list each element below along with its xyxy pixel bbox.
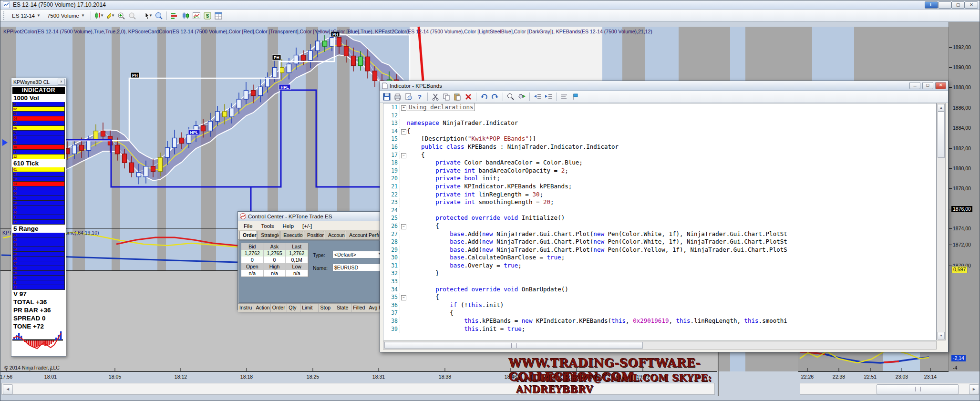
help-icon[interactable]: ?: [415, 93, 424, 101]
minimize-button[interactable]: ▁: [909, 82, 920, 89]
chart-window-titlebar[interactable]: ES 12-14 (7500 Volume) 17.10.2014 L — ▢ …: [0, 0, 980, 10]
zoom-in-icon[interactable]: [116, 11, 126, 20]
code-token: .Overlay =: [464, 262, 504, 269]
kpwayne3d-panel[interactable]: KPWayne3D CL x INDICATOR 1000 Vol0102030…: [11, 78, 66, 357]
maximize-button[interactable]: ▢: [922, 82, 933, 89]
candle-style-icon[interactable]: ▼: [94, 11, 104, 20]
scroll-left-icon[interactable]: ◄: [3, 384, 13, 394]
period-selector[interactable]: 7500 Volume▼: [45, 11, 87, 20]
signal-row-number: 06: [13, 257, 17, 261]
indicator-editor-window[interactable]: Indicator - KPEBands ▁ ▢ ✕ ? 11+Using de…: [380, 81, 949, 352]
scrollbar-thumb[interactable]: [938, 112, 945, 158]
editor-vertical-scrollbar[interactable]: ▲ ▼: [937, 103, 946, 340]
order-column-filled[interactable]: Filled: [351, 304, 367, 312]
redo-icon[interactable]: [490, 93, 500, 101]
print-icon[interactable]: [393, 93, 402, 101]
tab-positions[interactable]: Positions: [304, 231, 324, 239]
scroll-down-icon[interactable]: ▼: [938, 332, 945, 339]
maximize-button[interactable]: ▢: [951, 1, 965, 9]
account-dollar-icon[interactable]: $: [203, 11, 212, 20]
toolbar-grip[interactable]: [3, 11, 7, 20]
quote-row: 000,1M: [241, 257, 308, 263]
menu-item-[interactable]: [+/-]: [302, 223, 312, 229]
delete-icon[interactable]: [464, 93, 473, 101]
order-type-select[interactable]: <Default> ▼: [332, 251, 383, 258]
order-column-action[interactable]: Action: [254, 304, 270, 312]
code-editor-area[interactable]: 11+Using declarations1213namespace Ninja…: [383, 103, 937, 340]
code-line: 25 protected override void Initialize(): [383, 214, 936, 222]
control-center-titlebar[interactable]: Control Center - KPTone Trade ES: [238, 212, 380, 221]
signal-row: 06: [12, 257, 65, 261]
instrument-name-input[interactable]: $EURUSD: [332, 264, 383, 271]
chevron-down-icon: ▼: [37, 13, 41, 18]
scrollbar-thumb[interactable]: [877, 384, 959, 394]
code-line: 29 base.Add(new NinjaTrader.Gui.Chart.Pl…: [383, 246, 936, 254]
order-column-instru[interactable]: Instru: [238, 304, 254, 312]
save-icon[interactable]: [382, 93, 392, 101]
tab-orders[interactable]: Orders: [239, 231, 257, 239]
code-token: Color bandAreaColor = Color.Blue;: [461, 159, 583, 166]
find-next-icon[interactable]: [517, 93, 526, 101]
cut-icon[interactable]: [431, 93, 440, 101]
scroll-right-icon[interactable]: ►: [969, 384, 979, 394]
control-center-window[interactable]: Control Center - KPTone Trade ES FileToo…: [237, 211, 381, 310]
copy-icon[interactable]: [442, 93, 451, 101]
menu-item-help[interactable]: Help: [282, 223, 294, 229]
fold-toggle-icon[interactable]: +: [401, 105, 406, 111]
scroll-up-icon[interactable]: ▲: [938, 104, 945, 112]
tab-accounts[interactable]: Accounts: [325, 231, 345, 239]
minimize-button[interactable]: —: [938, 1, 951, 9]
editor-horizontal-scrollbar[interactable]: [383, 341, 937, 350]
right-chart-scrollbar[interactable]: ►: [800, 383, 979, 395]
order-column-order[interactable]: Order: [271, 304, 287, 312]
tab-executions[interactable]: Executions: [280, 231, 303, 239]
code-token: OnBarUpdate(): [518, 286, 568, 293]
tab-strategies[interactable]: Strategies: [258, 231, 279, 239]
line-number: 34: [383, 286, 400, 294]
fold-toggle-icon[interactable]: −: [401, 224, 406, 229]
market-depth-icon[interactable]: [181, 11, 190, 20]
menu-item-tools[interactable]: Tools: [261, 223, 274, 229]
price-axis[interactable]: 1892,001890,001888,001886,001884,001882,…: [949, 22, 980, 371]
log-button[interactable]: L: [925, 1, 938, 9]
data-grid-icon[interactable]: [214, 11, 223, 20]
order-column-stop[interactable]: Stop: [319, 304, 335, 312]
menu-item-file[interactable]: File: [244, 223, 253, 229]
data-magnifier-icon[interactable]: [154, 11, 164, 20]
close-button[interactable]: ✕: [935, 82, 946, 89]
fold-toggle-icon[interactable]: −: [401, 129, 406, 134]
signal-row-number: 07: [13, 196, 17, 200]
tab-account[interactable]: Account Performa: [346, 231, 380, 239]
chart-trader-icon[interactable]: [170, 11, 179, 20]
close-icon[interactable]: x: [58, 79, 65, 85]
find-icon[interactable]: [506, 93, 516, 101]
bookmark-icon[interactable]: [570, 93, 580, 101]
fold-toggle-icon[interactable]: −: [401, 295, 406, 300]
kpwayne3d-titlebar[interactable]: KPWayne3D CL x: [11, 78, 66, 86]
comment-icon[interactable]: [559, 93, 569, 101]
indicator-parameters-label: KPPivot2Color(ES 12-14 (7500 Volume),Tru…: [3, 29, 709, 34]
fold-toggle-icon[interactable]: −: [401, 153, 406, 158]
undo-icon[interactable]: [479, 93, 489, 101]
order-column-limit[interactable]: Limit: [300, 304, 319, 312]
code-line: 31 base.Overlay = true;: [383, 262, 936, 270]
paste-icon[interactable]: [453, 93, 462, 101]
editor-titlebar[interactable]: Indicator - KPEBands ▁ ▢ ✕: [380, 81, 948, 91]
indent-increase-icon[interactable]: [544, 93, 553, 101]
order-column-state[interactable]: State: [335, 304, 351, 312]
order-column-qty[interactable]: Qty: [287, 304, 300, 312]
instrument-selector[interactable]: ES 12-14▼: [10, 11, 43, 20]
close-button[interactable]: ✕: [965, 1, 978, 9]
order-column-avgf[interactable]: Avg F: [367, 304, 380, 312]
indent-decrease-icon[interactable]: [533, 93, 542, 101]
cursor-icon[interactable]: ▼: [143, 11, 153, 20]
code-text: public class KPEBands : NinjaTrader.Indi…: [407, 143, 936, 151]
code-text: this.kPEBands = new KPIndicator.KPEBands…: [407, 317, 936, 325]
chart-overview-icon[interactable]: [192, 11, 201, 20]
zoom-out-icon[interactable]: [127, 11, 137, 20]
signal-row: 06: [12, 191, 65, 196]
price-tick: [949, 188, 952, 189]
scrollbar-thumb[interactable]: [384, 342, 643, 349]
draw-tools-icon[interactable]: ▼: [105, 11, 115, 20]
print-preview-icon[interactable]: [404, 93, 413, 101]
